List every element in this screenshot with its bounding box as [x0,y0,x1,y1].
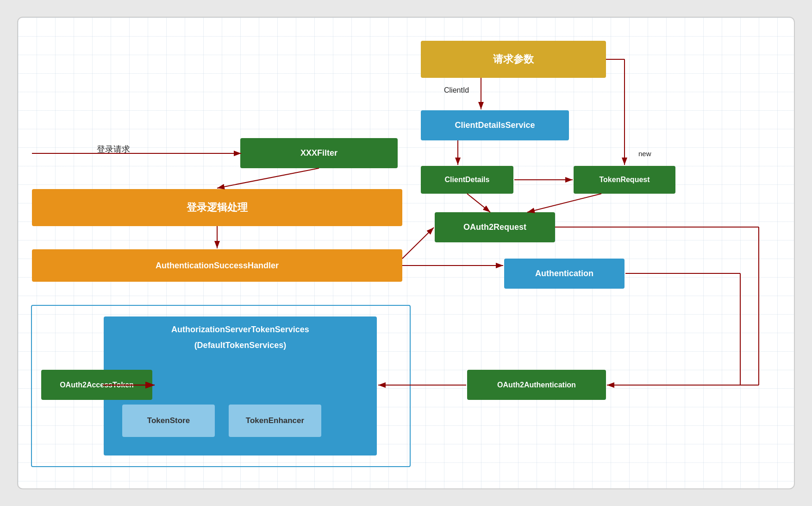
auth-success-handler-box: AuthenticationSuccessHandler [32,249,402,282]
client-id-label: ClientId [444,86,469,95]
token-request-box: TokenRequest [574,166,675,194]
oauth2-access-token-box: OAuth2AccessToken [41,370,152,400]
client-details-box: ClientDetails [421,166,513,194]
qiu-can-shu-box: 请求参数 [421,41,606,78]
login-logic-box: 登录逻辑处理 [32,189,402,226]
diagram-canvas: 请求参数 ClientDetailsService XXXFilter Clie… [17,17,795,489]
client-details-service-box: ClientDetailsService [421,110,569,140]
svg-line-7 [467,194,490,212]
svg-line-8 [527,194,601,212]
token-store-box: TokenStore [122,405,215,437]
auth-token-services-title-line2: (DefaultTokenServices) [104,341,377,350]
login-request-label: 登录请求 [97,144,130,155]
svg-line-10 [217,168,319,188]
new-label: new [638,150,651,158]
auth-token-services-title-line1: AuthorizationServerTokenServices [104,325,377,335]
authentication-box: Authentication [504,259,625,289]
xxx-filter-box: XXXFilter [240,138,398,168]
oauth2-request-box: OAuth2Request [435,212,555,242]
token-enhancer-box: TokenEnhancer [229,405,321,437]
svg-line-12 [402,228,434,259]
oauth2-authentication-box: OAuth2Authentication [467,370,606,400]
